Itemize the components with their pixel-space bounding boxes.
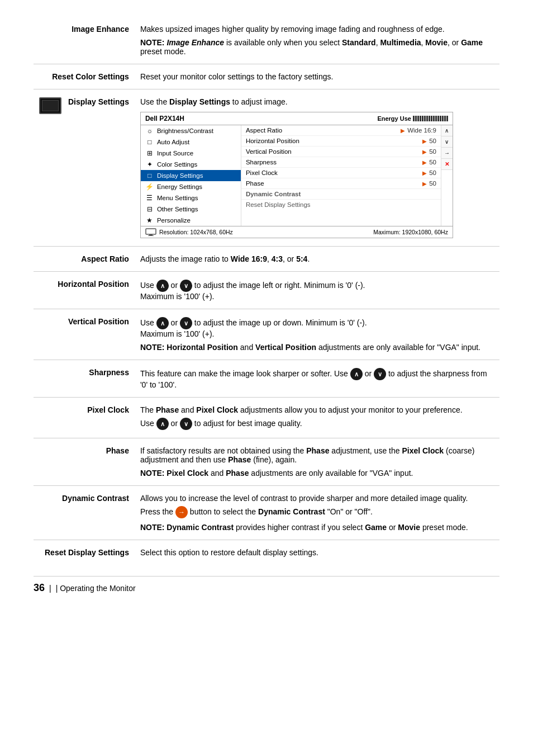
- section-content-pixel-clock: The Phase and Pixel Clock adjustments al…: [135, 398, 499, 438]
- table-row: Display Settings Use the Display Setting…: [34, 89, 499, 247]
- auto-adjust-icon: □: [145, 138, 154, 146]
- hpos-arrow-icon: ▶: [422, 138, 427, 144]
- table-row: Vertical Position Use ∧ or ∨ to adjust t…: [34, 309, 499, 360]
- input-source-icon: ⊞: [145, 149, 154, 157]
- section-label-dynamic-contrast: Dynamic Contrast: [34, 486, 135, 540]
- settings-row-aspect: Aspect Ratio ▶ Wide 16:9: [241, 125, 441, 136]
- svg-rect-1: [149, 234, 153, 235]
- monitor-settings-col: Aspect Ratio ▶ Wide 16:9 Horizontal Posi…: [241, 125, 441, 226]
- nav-down-button[interactable]: ∨: [441, 136, 453, 148]
- table-row: Aspect Ratio Adjusts the image ratio to …: [34, 247, 499, 272]
- monitor-screenshot: Dell P2X14H Energy Use: [140, 112, 453, 238]
- section-label-reset-display-settings: Reset Display Settings: [34, 540, 135, 565]
- section-content-aspect-ratio: Adjusts the image ratio to Wide 16:9, 4:…: [135, 247, 499, 272]
- menu-settings-icon: ☰: [145, 194, 154, 202]
- table-row: Dynamic Contrast Allows you to increase …: [34, 486, 499, 540]
- section-label-reset-color: Reset Color Settings: [34, 64, 135, 89]
- monitor-menu-item-auto-adjust[interactable]: □ Auto Adjust: [141, 136, 241, 148]
- section-label-display-settings: Display Settings: [34, 89, 135, 247]
- monitor-menu: ☼ Brightness/Contrast □ Auto Adjust ⊞ In…: [141, 125, 241, 226]
- table-row: Reset Color Settings Reset your monitor …: [34, 64, 499, 89]
- other-settings-icon: ⊟: [145, 205, 154, 213]
- monitor-menu-item-energy-settings[interactable]: ⚡ Energy Settings: [141, 181, 241, 192]
- monitor-menu-item-color-settings[interactable]: ✦ Color Settings: [141, 159, 241, 170]
- sharpness-arrow-icon: ▶: [422, 159, 427, 166]
- monitor-footer-icon: [145, 228, 156, 236]
- brightness-icon: ☼: [145, 127, 154, 135]
- energy-bar: Energy Use: [377, 115, 448, 122]
- monitor-menu-item-personalize[interactable]: ★ Personalize: [141, 215, 241, 226]
- section-label-vertical-position: Vertical Position: [34, 309, 135, 360]
- page-content: Image Enhance Makes upsized images highe…: [0, 0, 533, 616]
- nav-close-button[interactable]: ✕: [441, 159, 453, 170]
- page-footer: 36 | | Operating the Monitor: [34, 576, 499, 594]
- table-row: Sharpness This feature can make the imag…: [34, 360, 499, 398]
- settings-row-hpos: Horizontal Position ▶ 50: [241, 136, 441, 147]
- energy-settings-icon: ⚡: [145, 183, 154, 191]
- section-label-horizontal-position: Horizontal Position: [34, 272, 135, 309]
- monitor-menu-item-brightness[interactable]: ☼ Brightness/Contrast: [141, 125, 241, 136]
- right-arrow-icon: →: [175, 506, 188, 518]
- section-content-image-enhance: Makes upsized images higher quality by r…: [135, 17, 499, 64]
- down-arrow-icon: ∨: [374, 368, 386, 380]
- section-content-dynamic-contrast: Allows you to increase the level of cont…: [135, 486, 499, 540]
- section-label-pixel-clock: Pixel Clock: [34, 398, 135, 438]
- page-label: | Operating the Monitor: [56, 584, 136, 593]
- nav-up-button[interactable]: ∧: [441, 125, 453, 136]
- nav-right-button[interactable]: →: [441, 148, 453, 159]
- aspect-arrow-icon: ▶: [401, 127, 405, 134]
- svg-rect-0: [146, 229, 156, 234]
- section-label-sharpness: Sharpness: [34, 360, 135, 398]
- settings-row-reset-display: Reset Display Settings: [241, 200, 441, 210]
- up-arrow-icon: ∧: [156, 418, 169, 430]
- monitor-menu-item-other-settings[interactable]: ⊟ Other Settings: [141, 204, 241, 215]
- monitor-header: Dell P2X14H Energy Use: [141, 112, 453, 125]
- settings-row-phase: Phase ▶ 50: [241, 178, 441, 189]
- page-number: 36: [34, 582, 45, 594]
- monitor-right: Aspect Ratio ▶ Wide 16:9 Horizontal Posi…: [241, 125, 453, 226]
- settings-row-vpos: Vertical Position ▶ 50: [241, 147, 441, 157]
- section-content-horizontal-position: Use ∧ or ∨ to adjust the image left or r…: [135, 272, 499, 309]
- up-arrow-icon: ∧: [156, 280, 169, 292]
- monitor-menu-item-menu-settings[interactable]: ☰ Menu Settings: [141, 192, 241, 204]
- section-content-reset-color: Reset your monitor color settings to the…: [135, 64, 499, 89]
- vpos-arrow-icon: ▶: [422, 149, 427, 155]
- page-footer-label: |: [49, 584, 51, 593]
- settings-row-dynamic-contrast: Dynamic Contrast: [241, 189, 441, 200]
- phase-arrow-icon: ▶: [422, 181, 427, 187]
- down-arrow-icon: ∨: [180, 418, 192, 430]
- pixel-clock-arrow-icon: ▶: [422, 170, 427, 176]
- table-row: Image Enhance Makes upsized images highe…: [34, 17, 499, 64]
- section-content-phase: If satisfactory results are not obtained…: [135, 438, 499, 486]
- section-label-phase: Phase: [34, 438, 135, 486]
- table-row: Horizontal Position Use ∧ or ∨ to adjust…: [34, 272, 499, 309]
- monitor-menu-item-input-source[interactable]: ⊞ Input Source: [141, 148, 241, 159]
- personalize-icon: ★: [145, 216, 154, 224]
- table-row: Phase If satisfactory results are not ob…: [34, 438, 499, 486]
- table-row: Reset Display Settings Select this optio…: [34, 540, 499, 565]
- section-content-display-settings: Use the Display Settings to adjust image…: [135, 89, 499, 247]
- main-table: Image Enhance Makes upsized images highe…: [34, 17, 499, 565]
- settings-row-pixel-clock: Pixel Clock ▶ 50: [241, 168, 441, 178]
- monitor-body: ☼ Brightness/Contrast □ Auto Adjust ⊞ In…: [141, 125, 453, 226]
- svg-rect-2: [148, 235, 154, 236]
- up-arrow-icon: ∧: [350, 368, 363, 380]
- down-arrow-icon: ∨: [180, 280, 192, 292]
- down-arrow-icon: ∨: [180, 317, 192, 329]
- settings-row-sharpness: Sharpness ▶ 50: [241, 157, 441, 168]
- up-arrow-icon: ∧: [156, 317, 169, 329]
- section-content-sharpness: This feature can make the image look sha…: [135, 360, 499, 398]
- monitor-nav-buttons: ∧ ∨ → ✕: [441, 125, 453, 226]
- section-label-image-enhance: Image Enhance: [34, 17, 135, 64]
- section-content-reset-display-settings: Select this option to restore default di…: [135, 540, 499, 565]
- section-content-vertical-position: Use ∧ or ∨ to adjust the image up or dow…: [135, 309, 499, 360]
- monitor-menu-item-display-settings[interactable]: □ Display Settings: [141, 170, 241, 181]
- display-settings-icon: □: [145, 172, 154, 179]
- section-label-aspect-ratio: Aspect Ratio: [34, 247, 135, 272]
- table-row: Pixel Clock The Phase and Pixel Clock ad…: [34, 398, 499, 438]
- color-settings-icon: ✦: [145, 160, 154, 168]
- monitor-thumbnail: [39, 97, 61, 114]
- monitor-footer: Resolution: 1024x768, 60Hz Maximum: 1920…: [141, 226, 453, 238]
